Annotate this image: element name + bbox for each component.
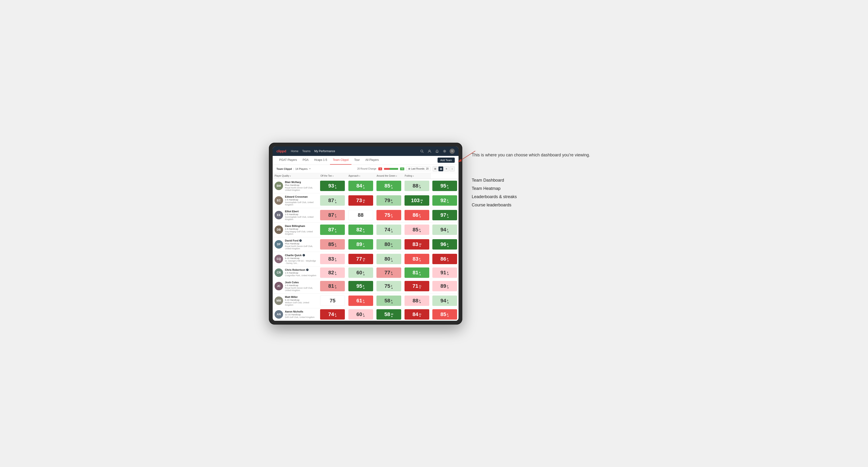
metric-cell: 61 3▼: [347, 293, 375, 308]
metric-cell: 81 4▲: [403, 266, 431, 279]
player-club: Drift Golf Club, United Kingdom: [285, 316, 315, 318]
player-cell[interactable]: BM Blair McHarg Plus Handicap Royal Nort…: [273, 179, 318, 193]
app-logo[interactable]: clippd: [276, 149, 286, 153]
nav-link-performance[interactable]: My Performance: [314, 149, 335, 154]
player-info: Elliot Ebert 1-5 Handicap Sunningdale Go…: [285, 210, 316, 220]
annotation-intro: This is where you can choose which dashb…: [472, 152, 599, 158]
metric-cell: 91 3▼: [431, 266, 459, 279]
subnav-all[interactable]: All Players: [363, 156, 382, 165]
player-name: Edward Crossman: [285, 195, 316, 198]
metric-cell: 89 2▼: [431, 279, 459, 293]
player-cell[interactable]: DF David Ford✓ Plus Handicap Royal North…: [273, 237, 318, 252]
nav-links: Home Teams My Performance: [291, 149, 415, 154]
col-off-tee-label: Off the Tee: [320, 175, 332, 177]
subnav: PGAT Players PGA Hcaps 1-5 Team Clippd T…: [273, 156, 459, 165]
col-putting-label: Putting: [405, 175, 412, 177]
col-approach[interactable]: Approach ▾: [347, 173, 375, 179]
metric-cell: 77 14▼: [347, 252, 375, 266]
metric-cell: 83 6▼: [403, 252, 431, 266]
user-icon[interactable]: [427, 149, 432, 154]
grid-view-button[interactable]: ⊞: [433, 166, 438, 172]
metric-cell: 85 8▲: [375, 179, 403, 193]
player-avatar: CR: [275, 269, 283, 277]
metric-cell: 84 21▼: [403, 308, 431, 320]
table-row: EE Elliot Ebert 1-5 Handicap Sunningdale…: [273, 208, 459, 222]
last-rounds-value: 20: [426, 167, 429, 170]
metric-cell: 93 4▲: [318, 179, 346, 193]
player-cell[interactable]: CR Chris Robertson✓ 1-5 Handicap Craigmi…: [273, 266, 318, 279]
annotation-course-leaderboards: Course leaderboards: [472, 201, 599, 209]
metric-cell: 96 3▲: [431, 237, 459, 252]
player-name: Dave Billingham: [285, 224, 316, 227]
player-handicap: Plus Handicap: [285, 242, 316, 245]
player-handicap: 1-5 Handicap: [285, 198, 316, 201]
metric-cell: 103 15▲: [403, 193, 431, 208]
color-bar-red: [384, 168, 390, 170]
player-name: Elliot Ebert: [285, 210, 316, 213]
annotations-panel: This is where you can choose which dashb…: [472, 143, 599, 209]
player-cell[interactable]: EE Elliot Ebert 1-5 Handicap Sunningdale…: [273, 208, 318, 222]
player-club: Royal North Devon Golf Club, United King…: [285, 287, 316, 291]
player-cell[interactable]: JC Josh Coles 1-5 Handicap Royal North D…: [273, 279, 318, 293]
user-avatar[interactable]: U: [450, 149, 455, 154]
metric-cell: 92 3▼: [431, 193, 459, 208]
heatmap-view-button[interactable]: ▦: [438, 166, 443, 172]
player-avatar: AN: [275, 310, 283, 319]
metric-cell: 97 5▲: [431, 208, 459, 222]
last-rounds-button[interactable]: ⊞ Last Rounds: 20: [406, 166, 431, 171]
metric-cell: 71 11▼: [403, 279, 431, 293]
player-table: Player Quality ▾ Off the Tee ▾ Approach …: [273, 173, 459, 321]
change-color-bar: [384, 168, 398, 170]
metric-cell: 60 1▼: [347, 308, 375, 320]
subnav-team[interactable]: Team Clippd: [330, 156, 351, 165]
last-rounds-icon: ⊞: [408, 167, 410, 170]
metric-cell: 85 3▼: [403, 222, 431, 237]
player-cell[interactable]: MM Matt Miller 6-10 Handicap Woburn Golf…: [273, 293, 318, 308]
sort-approach-icon: ▾: [359, 175, 360, 177]
metric-cell: 87 1▲: [318, 193, 346, 208]
subnav-tour[interactable]: Tour: [351, 156, 363, 165]
player-cell[interactable]: DB Dave Billingham 1-5 Handicap Gog Mago…: [273, 222, 318, 237]
subnav-pgat[interactable]: PGAT Players: [276, 156, 300, 165]
annotation-team-heatmap: Team Heatmap: [472, 185, 599, 192]
bell-icon[interactable]: [434, 149, 440, 154]
player-avatar: BM: [275, 182, 283, 190]
metric-cell: 74 8▼: [318, 308, 346, 320]
table-row: EC Edward Crossman 1-5 Handicap Sunningd…: [273, 193, 459, 208]
player-name: Blair McHarg: [285, 181, 316, 184]
metric-cell: 75 3▼: [375, 208, 403, 222]
subnav-hcaps[interactable]: Hcaps 1-5: [311, 156, 330, 165]
metric-cell: 58 10▲: [375, 308, 403, 320]
player-cell[interactable]: AN Aaron Nicholls 11-15 Handicap Drift G…: [273, 308, 318, 320]
nav-link-teams[interactable]: Teams: [302, 149, 310, 154]
col-approach-label: Approach: [349, 175, 359, 177]
last-rounds-label: Last Rounds:: [411, 167, 425, 170]
player-avatar: JC: [275, 282, 283, 290]
player-cell[interactable]: CQ Charlie Quick✓ 6-10 Handicap St. Geor…: [273, 252, 318, 266]
sort-button[interactable]: ↕: [450, 166, 455, 172]
edit-icon[interactable]: ✏: [309, 167, 311, 170]
player-cell[interactable]: EC Edward Crossman 1-5 Handicap Sunningd…: [273, 193, 318, 208]
search-icon[interactable]: [420, 149, 425, 154]
tablet-screen: clippd Home Teams My Performance: [273, 147, 459, 321]
col-off-tee[interactable]: Off the Tee ▾: [318, 173, 346, 179]
col-player[interactable]: Player Quality ▾: [273, 173, 318, 179]
nav-link-home[interactable]: Home: [291, 149, 299, 154]
annotation-team-dashboard: Team Dashboard: [472, 177, 599, 184]
sort-putting-icon: ▾: [413, 175, 414, 177]
player-info: Edward Crossman 1-5 Handicap Sunningdale…: [285, 195, 316, 206]
tablet-device: clippd Home Teams My Performance: [269, 143, 462, 324]
table-body: BM Blair McHarg Plus Handicap Royal Nort…: [273, 179, 459, 320]
player-handicap: 6-10 Handicap: [285, 299, 316, 301]
player-name: Josh Coles: [285, 281, 316, 284]
col-around-green[interactable]: Around the Green ▾: [375, 173, 403, 179]
col-putting[interactable]: Putting ▾: [403, 173, 431, 179]
player-handicap: 1-5 Handicap: [285, 213, 316, 216]
list-view-button[interactable]: ≡: [444, 166, 449, 172]
subnav-pga[interactable]: PGA: [300, 156, 311, 165]
metric-cell: 87 4▲: [318, 222, 346, 237]
table-row: JC Josh Coles 1-5 Handicap Royal North D…: [273, 279, 459, 293]
settings-icon[interactable]: [442, 149, 447, 154]
metric-cell: 87 3▼: [318, 208, 346, 222]
add-team-button[interactable]: Add Team: [437, 158, 455, 163]
